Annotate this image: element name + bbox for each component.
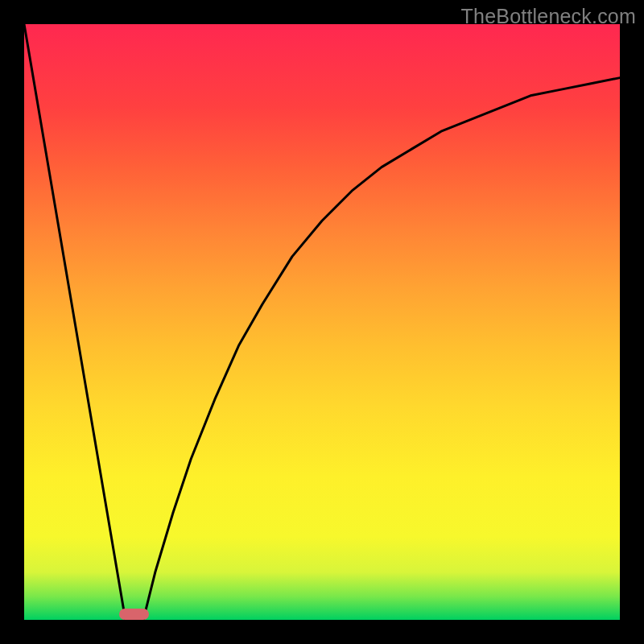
watermark-text: TheBottleneck.com	[461, 5, 636, 28]
plot-area	[24, 24, 620, 620]
optimal-marker	[119, 609, 149, 620]
curve-path	[24, 24, 620, 620]
chart-frame: TheBottleneck.com	[0, 0, 644, 644]
bottleneck-curve	[24, 24, 620, 620]
